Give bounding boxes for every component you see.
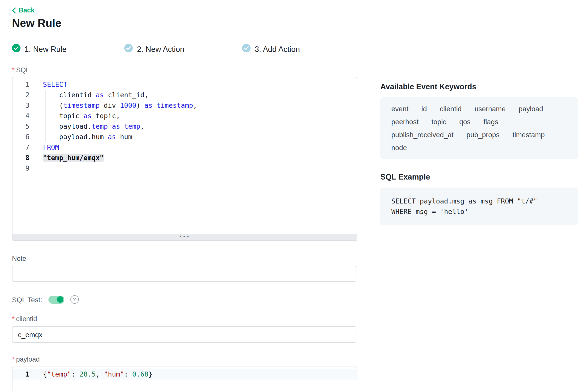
step-connector <box>74 49 118 49</box>
sql-test-toggle[interactable] <box>48 295 64 303</box>
sql-test-row: SQL Test: ? <box>12 295 79 304</box>
new-rule-page: Back New Rule 1. New Rule 2. New Action … <box>0 0 588 391</box>
page-title: New Rule <box>12 17 61 30</box>
code-line[interactable]: 3 (timestamp div 1000) as timestamp, <box>12 100 357 111</box>
code-line[interactable]: 7FROM <box>12 142 357 153</box>
steps-bar: 1. New Rule 2. New Action 3. Add Action <box>12 44 300 54</box>
line-number: 8 <box>12 153 34 163</box>
required-asterisk: * <box>12 356 15 363</box>
required-asterisk: * <box>12 66 15 74</box>
keyword-item: node <box>391 144 407 152</box>
payload-code-editor[interactable]: 1{"temp": 28.5, "hum": 0.68} <box>12 367 357 391</box>
code-line[interactable]: 8"temp_hum/emqx" <box>12 153 357 163</box>
keyword-row: eventidclientidusernamepayload <box>391 105 567 113</box>
keyword-item: pub_props <box>466 131 499 139</box>
toggle-knob <box>57 296 63 303</box>
step-new-action[interactable]: 2. New Action <box>125 44 184 54</box>
sql-code-editor[interactable]: 1SELECT2 clientid as client_id,3 (timest… <box>12 77 357 241</box>
step-label: 1. New Rule <box>24 45 67 54</box>
line-number: 6 <box>12 132 34 142</box>
back-link[interactable]: Back <box>12 6 35 14</box>
keyword-item: event <box>391 105 409 113</box>
keyword-row: publish_received_atpub_propstimestamp <box>391 131 567 139</box>
keyword-item: username <box>475 105 506 113</box>
chevron-left-icon <box>12 7 16 13</box>
keyword-row: peerhosttopicqosflags <box>391 118 567 126</box>
keyword-item: topic <box>432 118 446 126</box>
code-line[interactable]: 1SELECT <box>12 79 357 90</box>
sql-example-box: SELECT payload.msg as msg FROM "t/#" WHE… <box>380 188 578 225</box>
sql-example-code: SELECT payload.msg as msg FROM "t/#" WHE… <box>391 196 567 217</box>
keyword-item: peerhost <box>391 118 419 126</box>
line-number: 9 <box>12 163 34 174</box>
step-label: 3. Add Action <box>255 45 300 54</box>
keywords-panel-title: Available Event Keywords <box>380 82 476 91</box>
code-line[interactable]: 5 payload.temp as temp, <box>12 121 357 132</box>
line-number: 7 <box>12 142 34 153</box>
code-line[interactable]: 6 payload.hum as hum <box>12 132 357 142</box>
keyword-item: flags <box>483 118 498 126</box>
step-label: 2. New Action <box>137 45 184 54</box>
line-number: 2 <box>12 90 34 100</box>
editor-resize-handle[interactable]: ••• <box>12 234 357 240</box>
payload-field-label: *payload <box>12 356 40 363</box>
check-circle-icon-inactive <box>242 44 251 54</box>
code-line[interactable]: 1{"temp": 28.5, "hum": 0.68} <box>12 369 357 380</box>
help-icon[interactable]: ? <box>70 295 79 304</box>
line-number: 3 <box>12 100 34 111</box>
line-number: 1 <box>12 369 34 380</box>
code-line[interactable]: 2 clientid as client_id, <box>12 90 357 100</box>
code-line[interactable]: 9 <box>12 163 357 174</box>
keyword-item: timestamp <box>512 131 545 139</box>
keyword-item: qos <box>459 118 470 126</box>
clientid-input[interactable] <box>12 326 356 343</box>
keywords-box: eventidclientidusernamepayloadpeerhostto… <box>380 97 578 159</box>
keyword-item: publish_received_at <box>391 131 453 139</box>
payload-code-area[interactable]: 1{"temp": 28.5, "hum": 0.68} <box>12 367 357 380</box>
line-number: 4 <box>12 111 34 121</box>
required-asterisk: * <box>12 315 15 323</box>
back-label: Back <box>18 6 35 14</box>
sql-field-label: *SQL <box>12 66 30 74</box>
line-number: 1 <box>12 79 34 90</box>
keyword-row: node <box>391 144 567 152</box>
sql-example-title: SQL Example <box>380 173 430 182</box>
keyword-item: clientid <box>440 105 461 113</box>
step-connector <box>191 49 235 49</box>
check-circle-icon-inactive <box>125 44 133 54</box>
keyword-item: payload <box>519 105 543 113</box>
sql-code-area[interactable]: 1SELECT2 clientid as client_id,3 (timest… <box>12 77 357 235</box>
line-number: 5 <box>12 121 34 132</box>
indent-guide <box>45 90 46 142</box>
note-input[interactable] <box>12 266 356 282</box>
clientid-field-label: *clientid <box>12 315 37 323</box>
code-line[interactable]: 4 topic as topic, <box>12 111 357 121</box>
step-new-rule[interactable]: 1. New Rule <box>12 44 67 54</box>
keyword-item: id <box>422 105 427 113</box>
note-field-label: Note <box>12 255 26 262</box>
step-add-action[interactable]: 3. Add Action <box>242 44 300 54</box>
check-circle-icon-active <box>12 44 20 54</box>
sql-test-label: SQL Test: <box>12 295 42 303</box>
